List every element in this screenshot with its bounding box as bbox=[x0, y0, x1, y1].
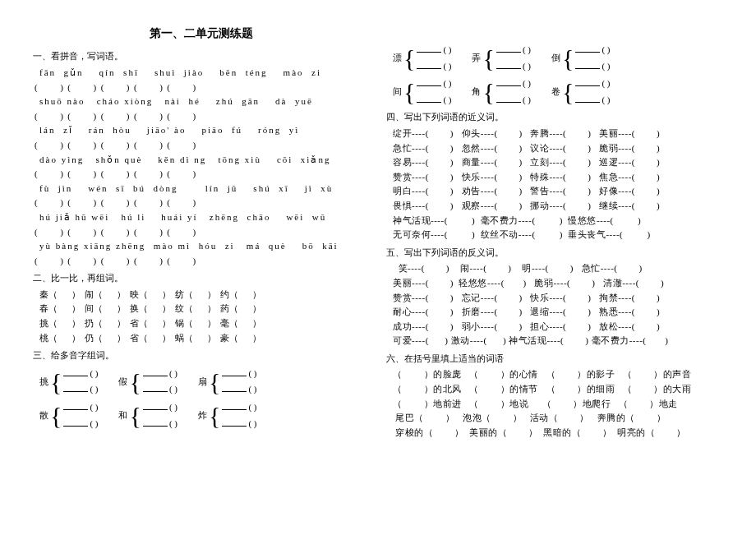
synonym-row[interactable]: 畏惧----( ) 观察----( ) 挪动----( ) 继续----( ) bbox=[386, 199, 723, 214]
polyphone-char: 漂 bbox=[393, 51, 402, 66]
antonym-row[interactable]: 成功----( ) 弱小----( ) 担心----( ) 放松----( ) bbox=[386, 320, 723, 334]
fill-row[interactable]: （ ）的脸庞 （ ）的心情 （ ）的影子 （ ）的声音 bbox=[386, 367, 723, 382]
pinyin-row: hú jiǎ hū wēi hú li huái yí zhēng chāo w… bbox=[33, 210, 370, 225]
paren-row[interactable]: ( ) ( ) ( ) ( ) ( ) bbox=[33, 167, 370, 182]
blank-line[interactable] bbox=[143, 368, 168, 376]
section5-head: 五、写出下列词语的反义词。 bbox=[386, 246, 723, 261]
blank-line[interactable] bbox=[417, 78, 441, 86]
brace-icon: { bbox=[209, 371, 220, 393]
section2-head: 二、比一比，再组词。 bbox=[33, 271, 370, 286]
pinyin-row: dào yìng shǒn què kěn dì ng tōng xiù cōi… bbox=[33, 153, 370, 168]
polyphone-item[interactable]: 角{( )( ) bbox=[472, 76, 530, 107]
synonym-row[interactable]: 绽开----( ) 仰头----( ) 奔腾----( ) 美丽----( ) bbox=[386, 127, 723, 141]
paren-row[interactable]: ( ) ( ) ( ) ( ) ( ) bbox=[33, 138, 370, 153]
blank-line[interactable] bbox=[417, 95, 441, 103]
blank-line[interactable] bbox=[417, 44, 441, 53]
brace-icon: { bbox=[403, 81, 415, 103]
antonym-row[interactable]: 美丽----( ) 轻悠悠----( ) 脆弱----( ) 清澈----( ) bbox=[386, 276, 723, 291]
left-column: 第一、二单元测练题 一、看拼音，写词语。 fān gǔn qín shī shu… bbox=[33, 25, 370, 440]
compare-row[interactable]: 桃（ ） 仍（ ） 省（ ） 蜗（ ） 豪（ ） bbox=[33, 331, 370, 346]
polyphone-item[interactable]: 炸{( )( ) bbox=[198, 400, 256, 431]
blank-line[interactable] bbox=[222, 368, 247, 376]
brace-icon: { bbox=[562, 81, 574, 103]
synonym-row[interactable]: 赞赏----( ) 快乐----( ) 特殊----( ) 焦急----( ) bbox=[386, 170, 723, 185]
polyphone-item[interactable]: 漂{( )( ) bbox=[393, 43, 451, 73]
synonym-row[interactable]: 明白----( ) 劝告----( ) 警告----( ) 好像----( ) bbox=[386, 184, 723, 199]
brace-icon: { bbox=[129, 404, 141, 427]
polyphone-item[interactable]: 散{( )( ) bbox=[39, 400, 98, 431]
polyphone-group: 漂{( )( )弄{( )( )倒{( )( ) bbox=[386, 43, 723, 73]
polyphone-char: 假 bbox=[118, 375, 127, 390]
fill-row[interactable]: （ ）的北风 （ ）的情节 （ ）的细雨 （ ）的大雨 bbox=[386, 382, 723, 397]
polyphone-char: 卷 bbox=[551, 85, 560, 99]
blank-line[interactable] bbox=[575, 61, 600, 69]
blank-line[interactable] bbox=[63, 368, 88, 376]
blank-line[interactable] bbox=[417, 61, 441, 69]
paren-row[interactable]: ( ) ( ) ( ) ( ) ( ) bbox=[33, 254, 370, 269]
fill-row[interactable]: （ ）地前进 （ ）地说 （ ）地爬行 （ ）地走 bbox=[386, 397, 723, 412]
synonym-row[interactable]: 容易----( ) 商量----( ) 立刻----( ) 巡逻----( ) bbox=[386, 155, 723, 170]
antonym-row[interactable]: 可爱----( ) 激动----( ) 神气活现----( ) 毫不费力----… bbox=[386, 334, 723, 348]
brace-icon: { bbox=[50, 404, 62, 427]
section1-head: 一、看拼音，写词语。 bbox=[33, 49, 370, 64]
polyphone-item[interactable]: 挑{( )( ) bbox=[39, 367, 98, 397]
polyphone-item[interactable]: 倒{( )( ) bbox=[551, 43, 610, 73]
paren-row[interactable]: ( ) ( ) ( ) ( ) ( ) bbox=[33, 225, 370, 240]
blank-line[interactable] bbox=[496, 78, 521, 86]
blank-line[interactable] bbox=[222, 418, 247, 427]
polyphone-item[interactable]: 和{( )( ) bbox=[118, 400, 177, 431]
polyphone-item[interactable]: 卷{( )( ) bbox=[551, 76, 610, 107]
blank-line[interactable] bbox=[222, 402, 247, 410]
polyphone-item[interactable]: 扇{( )( ) bbox=[198, 367, 256, 397]
polyphone-item[interactable]: 弄{( )( ) bbox=[472, 43, 530, 73]
page-title: 第一、二单元测练题 bbox=[33, 25, 370, 43]
blank-line[interactable] bbox=[496, 44, 521, 53]
blank-line[interactable] bbox=[575, 44, 600, 53]
section3-head: 三、给多音字组词。 bbox=[33, 348, 370, 363]
polyphone-char: 炸 bbox=[198, 408, 207, 423]
brace-icon: { bbox=[482, 81, 494, 103]
paren-row[interactable]: ( ) ( ) ( ) ( ) ( ) bbox=[33, 109, 370, 124]
antonym-row[interactable]: 笑----( ) 闹----( ) 明----( ) 急忙----( ) bbox=[386, 261, 723, 276]
pinyin-row: fù jìn wén sī bú dòng lín jū shú xī jì x… bbox=[33, 182, 370, 196]
polyphone-char: 挑 bbox=[39, 375, 48, 390]
synonym-row[interactable]: 无可奈何----( ) 纹丝不动----( ) 垂头丧气----( ) bbox=[386, 228, 723, 242]
synonym-row[interactable]: 神气活现----( ) 毫不费力----( ) 慢悠悠----( ) bbox=[386, 214, 723, 228]
blank-line[interactable] bbox=[63, 402, 88, 410]
polyphone-char: 角 bbox=[472, 85, 481, 99]
synonym-row[interactable]: 急忙----( ) 忽然----( ) 议论----( ) 脆弱----( ) bbox=[386, 141, 723, 156]
compare-row[interactable]: 春（ ） 间（ ） 换（ ） 纹（ ） 药（ ） bbox=[33, 302, 370, 316]
pinyin-row: lán zǐ rán hòu jiāo' ào piāo fú róng yì bbox=[33, 123, 370, 138]
blank-line[interactable] bbox=[575, 78, 600, 86]
blank-line[interactable] bbox=[143, 402, 168, 410]
compare-row[interactable]: 挑（ ） 扔（ ） 省（ ） 锅（ ） 毫（ ） bbox=[33, 316, 370, 331]
blank-line[interactable] bbox=[63, 418, 88, 427]
polyphone-char: 和 bbox=[118, 408, 127, 423]
pinyin-row: yù bàng xiāng zhēng mào mì hóu zi má què… bbox=[33, 239, 370, 254]
brace-icon: { bbox=[129, 371, 141, 393]
section6-head: 六、在括号里填上适当的词语 bbox=[386, 352, 723, 367]
antonym-row[interactable]: 耐心----( ) 折磨----( ) 退缩----( ) 熟悉----( ) bbox=[386, 305, 723, 320]
polyphone-char: 弄 bbox=[472, 51, 481, 66]
compare-row[interactable]: 秦（ ） 闹（ ） 映（ ） 纺（ ） 约（ ） bbox=[33, 288, 370, 302]
polyphone-item[interactable]: 间{( )( ) bbox=[393, 76, 451, 107]
fill-row[interactable]: 穿梭的（ ） 美丽的（ ） 黑暗的（ ） 明亮的（ ） bbox=[386, 426, 723, 440]
blank-line[interactable] bbox=[143, 418, 168, 427]
polyphone-item[interactable]: 假{( )( ) bbox=[118, 367, 177, 397]
polyphone-group: 散{( )( )和{( )( )炸{( )( ) bbox=[33, 400, 370, 431]
brace-icon: { bbox=[50, 371, 62, 393]
fill-row[interactable]: 尾巴（ ） 泡泡（ ） 活动（ ） 奔腾的（ ） bbox=[386, 411, 723, 426]
blank-line[interactable] bbox=[496, 95, 521, 103]
antonym-row[interactable]: 赞赏----( ) 忘记----( ) 快乐----( ) 拘禁----( ) bbox=[386, 291, 723, 306]
blank-line[interactable] bbox=[575, 95, 600, 103]
paren-row[interactable]: ( ) ( ) ( ) ( ) ( ) bbox=[33, 81, 370, 95]
blank-line[interactable] bbox=[63, 384, 88, 392]
pinyin-row: shuō nào cháo xiòng nài hé zhú gān dà yu… bbox=[33, 95, 370, 109]
polyphone-char: 散 bbox=[39, 408, 48, 423]
blank-line[interactable] bbox=[222, 384, 247, 392]
blank-line[interactable] bbox=[143, 384, 168, 392]
blank-line[interactable] bbox=[496, 61, 521, 69]
pinyin-row: fān gǔn qín shī shuì jiào bēn téng mào z… bbox=[33, 66, 370, 81]
brace-icon: { bbox=[482, 47, 494, 69]
paren-row[interactable]: ( ) ( ) ( ) ( ) ( ) bbox=[33, 196, 370, 210]
